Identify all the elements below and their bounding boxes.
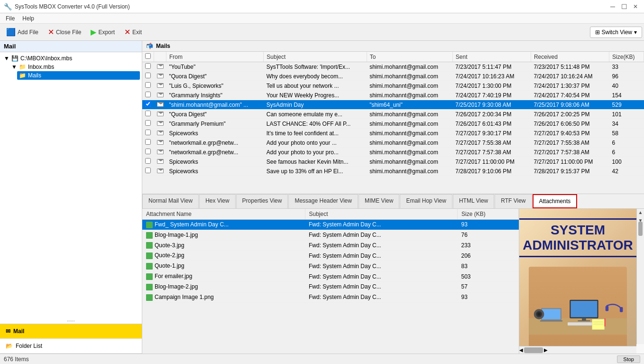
stop-button[interactable]: Stop [617, 355, 640, 363]
tab-normal-mail-view[interactable]: Normal Mail View [142, 194, 199, 208]
table-row[interactable]: "Luis G., Spiceworks" Tell us about your… [142, 81, 644, 91]
row-size: 6 [609, 138, 644, 148]
table-row[interactable]: "networkmail.e.grp@netw... Add your phot… [142, 148, 644, 157]
exit-button[interactable]: ✕ Exit [120, 26, 146, 38]
row-received: 7/26/2017 6:06:50 PM [531, 119, 609, 129]
row-from: Spiceworks [166, 167, 264, 176]
scroll-thumb-v[interactable] [638, 222, 643, 236]
row-checkbox[interactable] [145, 111, 151, 116]
row-checkbox[interactable] [145, 158, 151, 164]
row-checkbox[interactable] [145, 120, 151, 126]
attachment-row[interactable]: Quote-3.jpg Fwd: System Admin Day C... 2… [142, 240, 519, 251]
row-received: 7/27/2017 9:40:53 PM [531, 129, 609, 138]
maximize-button[interactable]: ☐ [619, 2, 629, 11]
row-checkbox[interactable] [145, 63, 151, 69]
sidebar-item-inbox[interactable]: ▼ 📁 Inbox.mbs [9, 63, 140, 71]
attachment-panel[interactable]: Attachment Name Subject Size (KB) Fwd_ S… [142, 209, 519, 354]
sidebar-bottom: ✉ Mail 📂 Folder List [0, 324, 142, 354]
folder-icon-mails: 📁 [19, 72, 26, 79]
close-button[interactable]: ✕ [631, 2, 640, 11]
row-checkbox[interactable] [145, 92, 151, 97]
row-checkbox-cell [142, 129, 154, 138]
export-button[interactable]: ▶ Export [86, 26, 119, 38]
attach-file-icon [146, 284, 153, 290]
attachment-row[interactable]: Blog-Image-2.jpg Fwd: System Admin Day C… [142, 281, 519, 292]
items-count: 676 Items [4, 356, 29, 363]
row-checkbox[interactable] [145, 149, 151, 154]
tab-html-view[interactable]: HTML View [453, 194, 494, 208]
attach-name: Campaign Image 1.png [142, 292, 305, 302]
table-row[interactable]: "Quora Digest" Why does everybody becom.… [142, 72, 644, 81]
scroll-right-arrow[interactable]: ▶ [544, 347, 548, 353]
table-row[interactable]: "YouTube" SysTTools Software: 'Import/Ex… [142, 62, 644, 72]
row-checkbox[interactable] [145, 73, 151, 78]
tab-mime-view[interactable]: MIME View [359, 194, 399, 208]
attach-subject: Fwd: System Admin Day C... [305, 261, 458, 271]
sidebar-header: Mail [0, 41, 142, 52]
sidebar-item-root[interactable]: ▼ 💾 C:\MBOX\Inbox.mbs [2, 54, 140, 63]
table-row[interactable]: Spiceworks See famous hacker Kevin Mitn.… [142, 157, 644, 167]
switch-view-button[interactable]: ⊞ Switch View ▾ [590, 27, 642, 38]
minimize-button[interactable]: ─ [608, 2, 617, 11]
sidebar-nav-folder-list[interactable]: 📂 Folder List [0, 339, 142, 354]
attachment-row[interactable]: Fwd_ System Admin Day C... Fwd: System A… [142, 220, 519, 230]
exit-icon: ✕ [124, 28, 130, 37]
mail-table-wrapper[interactable]: From Subject To Sent Received Size(KB) "… [142, 52, 644, 194]
attachment-row[interactable]: For emailer.jpg Fwd: System Admin Day C.… [142, 271, 519, 282]
mail-icon [157, 93, 164, 97]
attachment-row[interactable]: Campaign Image 1.png Fwd: System Admin D… [142, 292, 519, 302]
attach-file-icon [146, 263, 153, 270]
tab-message-header-view[interactable]: Message Header View [288, 194, 358, 208]
sidebar-nav-mail[interactable]: ✉ Mail [0, 324, 142, 339]
scroll-up-arrow[interactable]: ▲ [637, 209, 644, 216]
row-checkbox[interactable] [145, 168, 151, 173]
attachment-row[interactable]: Blog-Image-1.jpg Fwd: System Admin Day C… [142, 230, 519, 240]
table-row[interactable]: Spiceworks Save up to 33% off an HP El..… [142, 167, 644, 176]
add-file-button[interactable]: 🟦 Add File [2, 26, 43, 38]
attach-file-icon [146, 232, 153, 239]
row-received: 7/26/2017 2:00:25 PM [531, 110, 609, 119]
menu-help[interactable]: Help [18, 14, 38, 23]
row-checkbox[interactable] [145, 82, 151, 88]
row-checkbox[interactable] [145, 139, 151, 145]
tab-email-hop-view[interactable]: Email Hop View [400, 194, 452, 208]
row-sent: 7/27/2017 11:00:00 PM [452, 157, 531, 167]
mail-icon [157, 74, 164, 78]
svg-rect-5 [568, 322, 592, 325]
tab-hex-view[interactable]: Hex View [199, 194, 235, 208]
collapse-icon-inbox: ▼ [11, 64, 17, 70]
tab-properties-view[interactable]: Properties View [236, 194, 288, 208]
attach-subject: Fwd: System Admin Day C... [305, 220, 458, 230]
scroll-left-arrow[interactable]: ◀ [519, 347, 523, 353]
table-row[interactable]: "networkmail.e.grp@netw... Add your phot… [142, 138, 644, 148]
close-file-button[interactable]: ✕ Close File [44, 26, 85, 38]
row-checkbox[interactable] [145, 101, 151, 107]
preview-scrollbar-horizontal[interactable]: ◀ ▶ [519, 346, 636, 354]
add-file-icon: 🟦 [6, 28, 16, 37]
tab-attachments[interactable]: Attachments [533, 194, 578, 208]
sidebar-item-mails[interactable]: 📁 Mails [17, 71, 140, 80]
row-sent: 7/27/2017 7:55:38 AM [452, 138, 531, 148]
table-row[interactable]: Spiceworks It's time to feel confident a… [142, 129, 644, 138]
attachment-row[interactable]: Quote-1.jpg Fwd: System Admin Day C... 8… [142, 261, 519, 271]
row-from: "Quora Digest" [166, 110, 264, 119]
row-from: "shimi.mohannt@gmail.com" ... [166, 100, 264, 110]
table-row[interactable]: "shimi.mohannt@gmail.com" ... SysAdmin D… [142, 100, 644, 110]
attach-size: 233 [458, 240, 519, 251]
table-row[interactable]: "Quora Digest" Can someone emulate my e.… [142, 110, 644, 119]
attach-col-name: Attachment Name [142, 209, 305, 220]
scroll-thumb-h[interactable] [524, 347, 543, 353]
row-checkbox[interactable] [145, 130, 151, 135]
svg-rect-4 [578, 320, 590, 321]
preview-scrollbar-vertical[interactable]: ▲ ▼ [636, 209, 644, 344]
row-sent: 7/28/2017 9:10:06 PM [452, 167, 531, 176]
row-received: 7/24/2017 10:16:24 AM [531, 72, 609, 81]
row-size: 58 [609, 129, 644, 138]
attachment-row[interactable]: Quote-2.jpg Fwd: System Admin Day C... 2… [142, 251, 519, 261]
row-subject: Add your photo to your pro... [264, 148, 367, 157]
tab-rtf-view[interactable]: RTF View [495, 194, 532, 208]
table-row[interactable]: "Grammarly Premium" LAST CHANCE: 40% OFF… [142, 119, 644, 129]
menu-file[interactable]: File [2, 14, 18, 23]
table-row[interactable]: "Grammarly Insights" Your NEW Weekly Pro… [142, 91, 644, 100]
select-all-checkbox[interactable] [145, 53, 151, 59]
